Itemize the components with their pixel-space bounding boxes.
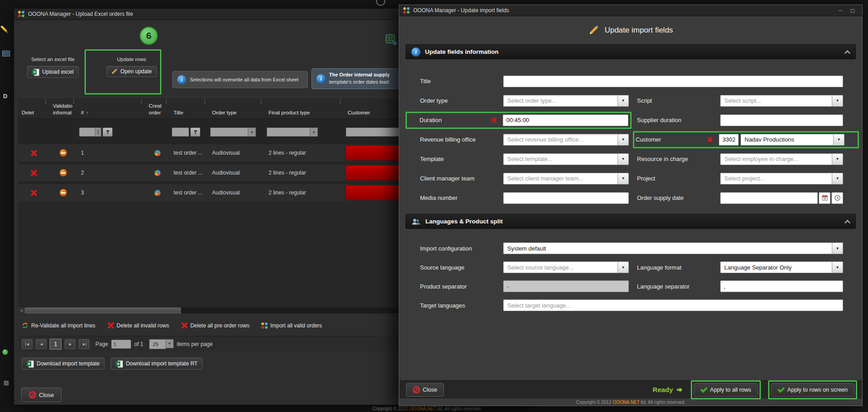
column-menu-icon[interactable] (202, 99, 208, 104)
download-import-template-button[interactable]: Download import template (22, 358, 104, 369)
section-header[interactable]: Languages & Product split (406, 214, 856, 229)
number-spinner[interactable] (95, 128, 101, 137)
title-filter-input[interactable] (172, 128, 189, 137)
dropdown-arrow-icon[interactable] (832, 173, 843, 184)
column-menu-icon[interactable] (164, 99, 169, 104)
column-header-validation[interactable]: Validatio informat (49, 98, 77, 118)
column-header-create-order[interactable]: Creat order (145, 98, 170, 118)
close-upload-window-button[interactable]: Close (21, 388, 61, 402)
dropdown-arrow-icon[interactable] (618, 262, 628, 273)
column-menu-icon[interactable] (259, 99, 264, 104)
dropdown-arrow-icon[interactable] (310, 128, 318, 137)
duration-input[interactable] (503, 114, 628, 126)
order-type-filter-select[interactable] (208, 128, 265, 137)
maximize-button[interactable] (847, 6, 858, 15)
first-page-button[interactable] (22, 339, 33, 349)
template-select[interactable]: Select template... (503, 153, 629, 165)
apply-to-all-rows-button[interactable]: Apply to all rows (693, 383, 758, 397)
import-configuration-select[interactable]: System default (503, 242, 843, 254)
tab-select-excel-file[interactable]: Select an excel file Upload excel (23, 57, 83, 78)
dropdown-arrow-icon[interactable] (166, 339, 174, 348)
order-supply-date-input[interactable] (720, 192, 818, 204)
dropdown-arrow-icon[interactable] (618, 134, 628, 145)
import-valid-orders-button[interactable]: Import all valid orders (261, 322, 322, 329)
dropdown-arrow-icon[interactable] (832, 95, 843, 106)
customer-code-input[interactable] (719, 134, 739, 146)
dropdown-arrow-icon[interactable] (618, 154, 628, 165)
dropdown-arrow-icon[interactable] (832, 243, 843, 254)
number-filter-button[interactable] (103, 128, 113, 137)
revalidate-all-button[interactable]: Re-Validate all import lines (22, 322, 95, 329)
delete-preorder-rows-button[interactable]: Delete all pre order rows (181, 322, 250, 329)
column-menu-icon[interactable] (139, 99, 144, 104)
script-select[interactable]: Select script... (720, 95, 843, 107)
collapse-chevron-icon[interactable] (844, 49, 850, 55)
source-language-select[interactable]: Select source language... (503, 261, 629, 273)
dropdown-arrow-icon[interactable] (618, 173, 628, 184)
dropdown-arrow-icon[interactable] (832, 154, 843, 165)
resource-in-charge-select[interactable]: Select employee in charge... (720, 153, 843, 165)
scrollbar-thumb[interactable] (25, 308, 181, 313)
clear-duration-icon[interactable] (491, 117, 496, 123)
revenue-billing-office-select[interactable]: Select revenue billing office... (503, 134, 629, 146)
column-menu-icon[interactable] (43, 99, 48, 104)
upload-excel-button[interactable]: Upload excel (27, 66, 78, 78)
apply-to-rows-on-screen-button[interactable]: Apply to rows on screen (771, 383, 854, 397)
scroll-left-arrow[interactable] (18, 308, 25, 313)
delete-row-icon[interactable] (30, 150, 37, 156)
delete-invalid-rows-button[interactable]: Delete all invalid rows (107, 322, 169, 329)
horizontal-scrollbar[interactable] (18, 308, 439, 313)
column-menu-icon[interactable] (338, 99, 343, 104)
column-header-delete[interactable]: Delet (18, 98, 49, 118)
update-window-titlebar[interactable]: OOONA Manager - Update import fields (399, 5, 862, 16)
target-languages-multiselect[interactable]: Select target language... (503, 299, 843, 311)
project-select[interactable]: Select project... (720, 173, 843, 185)
sort-ascending-icon[interactable] (86, 110, 88, 116)
minimize-button[interactable] (835, 6, 846, 15)
calendar-picker-button[interactable] (819, 192, 830, 204)
last-page-button[interactable] (79, 339, 90, 349)
open-update-button[interactable]: Open update (106, 66, 156, 77)
column-header-order-type[interactable]: Order type (208, 98, 265, 118)
column-header-number[interactable]: # (77, 98, 145, 118)
download-import-template-rt-button[interactable]: Download import template RT (111, 358, 203, 369)
column-header-title[interactable]: Title (170, 98, 208, 118)
language-separator-input[interactable] (720, 280, 843, 292)
tab-update-rows[interactable]: Update rows Open update (102, 57, 161, 78)
customer-select[interactable]: Nadav Productions (741, 134, 844, 146)
delete-row-icon[interactable] (30, 170, 37, 176)
supplier-duration-input[interactable] (720, 114, 843, 126)
column-header-final-product-type[interactable]: Final product type (265, 98, 344, 118)
next-page-button[interactable] (65, 339, 75, 349)
close-update-window-button[interactable]: Close (406, 383, 444, 397)
time-picker-button[interactable] (831, 192, 843, 204)
media-number-input[interactable] (503, 192, 629, 204)
final-product-filter-select[interactable] (265, 128, 344, 137)
table-row[interactable]: 2 test order ... Audiovisual 2 lines - r… (18, 164, 439, 181)
create-order-icon[interactable] (154, 170, 161, 176)
export-to-excel-icon[interactable] (385, 33, 398, 48)
client-manager-team-select[interactable]: Select client manager team... (503, 173, 629, 185)
page-number-input[interactable] (111, 340, 131, 349)
title-input[interactable] (503, 76, 843, 87)
dropdown-arrow-icon[interactable] (618, 95, 628, 106)
create-order-icon[interactable] (154, 189, 161, 196)
page-size-select[interactable]: 25 (149, 339, 174, 349)
collapse-chevron-icon[interactable] (844, 219, 850, 224)
current-page-button[interactable]: 1 (50, 339, 61, 350)
column-menu-icon[interactable] (71, 99, 76, 104)
title-filter-button[interactable] (190, 128, 200, 137)
table-row[interactable]: 1 test order ... Audiovisual 2 lines - r… (18, 144, 439, 161)
delete-row-icon[interactable] (30, 189, 37, 196)
dropdown-arrow-icon[interactable] (248, 128, 256, 137)
order-type-select[interactable]: Select order type... (503, 95, 629, 107)
dropdown-arrow-icon[interactable] (832, 262, 843, 273)
language-format-select[interactable]: Language Separator Only (720, 261, 843, 273)
clear-customer-icon[interactable] (707, 137, 712, 142)
number-filter-input[interactable] (79, 128, 95, 137)
section-header[interactable]: Update fields information (406, 44, 856, 59)
previous-page-button[interactable] (36, 339, 47, 349)
table-row[interactable]: 3 test order ... Audiovisual 2 lines - r… (18, 184, 439, 201)
dropdown-arrow-icon[interactable] (833, 134, 844, 145)
create-order-icon[interactable] (154, 150, 161, 156)
